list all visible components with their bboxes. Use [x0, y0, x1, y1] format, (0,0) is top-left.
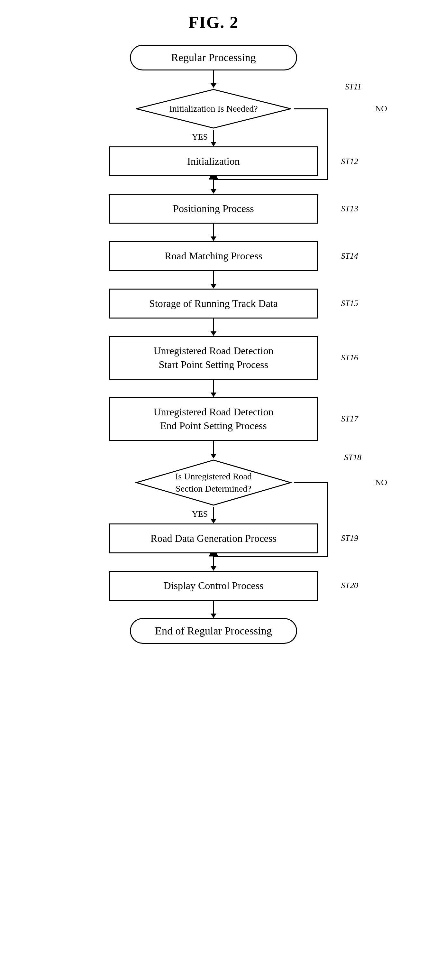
end-node-row: End of Regular Processing — [69, 618, 358, 644]
st15-row: Storage of Running Track Data ST15 — [69, 289, 358, 318]
arrow-st18-yes: YES — [211, 507, 216, 523]
st11-row: Initialization Is Needed? ST11 NO — [69, 88, 358, 130]
flowchart: Regular Processing Initialization Is Nee… — [69, 45, 358, 644]
st19-row: Road Data Generation Process ST19 — [69, 523, 358, 554]
arrow-st19-to-st20 — [211, 554, 216, 571]
st17-step-label: ST17 — [341, 414, 358, 424]
arrow-st11-yes: YES — [211, 130, 216, 146]
st13-row: Positioning Process ST13 — [69, 194, 358, 224]
st14-row: Road Matching Process ST14 — [69, 241, 358, 271]
st18-yes-label: YES — [192, 509, 208, 519]
st16-text: Unregistered Road Detection Start Point … — [153, 344, 273, 372]
st20-row: Display Control Process ST20 — [69, 571, 358, 601]
figure-title: FIG. 2 — [189, 13, 238, 32]
st14-step-label: ST14 — [341, 251, 358, 261]
st12-box: Initialization — [109, 146, 318, 176]
arrow-st15-to-st16 — [211, 318, 216, 336]
st13-step-label: ST13 — [341, 204, 358, 214]
arrow-st17-to-st18 — [211, 441, 216, 458]
start-node-row: Regular Processing — [69, 45, 358, 70]
arrow-st16-to-st17 — [211, 380, 216, 397]
st16-row: Unregistered Road Detection Start Point … — [69, 336, 358, 380]
st18-row: Is Unregistered Road Section Determined?… — [69, 458, 358, 507]
st18-label-text: Is Unregistered Road Section Determined? — [160, 470, 267, 495]
st11-no-label: NO — [375, 104, 387, 114]
st19-box: Road Data Generation Process — [109, 523, 318, 554]
st15-box: Storage of Running Track Data — [109, 289, 318, 318]
st17-row: Unregistered Road Detection End Point Se… — [69, 397, 358, 441]
arrow-st20-to-end — [211, 601, 216, 618]
st19-step-label: ST19 — [341, 533, 358, 543]
st14-box: Road Matching Process — [109, 241, 318, 271]
st17-box: Unregistered Road Detection End Point Se… — [109, 397, 318, 441]
st18-step-label: ST18 — [344, 453, 361, 462]
st18-no-label: NO — [375, 478, 387, 487]
end-node: End of Regular Processing — [130, 618, 297, 644]
st20-box: Display Control Process — [109, 571, 318, 601]
arrow-st14-to-st15 — [211, 271, 216, 289]
st11-label-text: Initialization Is Needed? — [159, 103, 268, 115]
st17-text: Unregistered Road Detection End Point Se… — [153, 405, 273, 433]
st16-box: Unregistered Road Detection Start Point … — [109, 336, 318, 380]
arrow-start-to-st11 — [211, 70, 216, 88]
st16-step-label: ST16 — [341, 353, 358, 363]
st20-step-label: ST20 — [341, 581, 358, 590]
st13-box: Positioning Process — [109, 194, 318, 224]
arrow-st12-to-st13 — [211, 176, 216, 194]
st12-step-label: ST12 — [341, 157, 358, 166]
start-node: Regular Processing — [130, 45, 297, 70]
st11-yes-label: YES — [192, 132, 208, 142]
st15-step-label: ST15 — [341, 299, 358, 308]
arrow-st13-to-st14 — [211, 224, 216, 241]
st12-row: Initialization ST12 — [69, 146, 358, 176]
st11-step-label: ST11 — [345, 82, 361, 92]
